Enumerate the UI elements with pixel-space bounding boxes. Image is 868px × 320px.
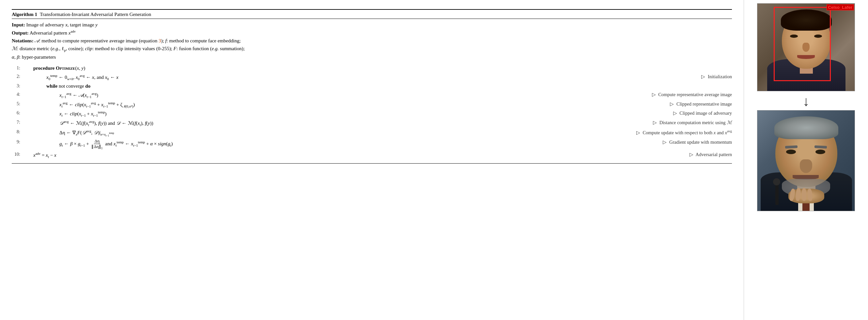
output-text: Adversarial pattern xadv	[30, 30, 76, 36]
notations-text: 𝒜: method to compute representative aver…	[35, 38, 241, 43]
algo-line-4: 4: xt−1avg ← 𝒜(xt−1avg) ▷ Compute repres…	[12, 91, 732, 100]
notations-line2: ℳ: distance metric (e.g., ℓp, cosine); c…	[12, 46, 245, 51]
algo-line-7: 7: 𝒟avg ← ℳ(f(xtavg), f(y)) and 𝒟 ← ℳ(f(…	[12, 119, 732, 128]
line-content-9: gt ← β × gt−1 + Δη ‖Δη‖1 and xttemp ← xt…	[24, 139, 608, 150]
line-comment-10: ▷ Adversarial pattern	[608, 152, 732, 157]
notations-label: Notations:	[12, 38, 34, 43]
line-content-2: x0temp ← 0w×h, x0avg ← x, and x0 ← x	[24, 73, 608, 82]
algo-line-2: 2: x0temp ← 0w×h, x0avg ← x, and x0 ← x …	[12, 73, 732, 82]
algo-line-6: 6: xt ← clip(xt−1 + xt−1temp) ▷ Clipped …	[12, 109, 732, 119]
line-number-2: 2:	[12, 74, 24, 79]
line-content-7: 𝒟avg ← ℳ(f(xtavg), f(y)) and 𝒟 ← ℳ(f(xt)…	[24, 119, 608, 128]
algorithm-body: 1: procedure Optimize(x, y) 2: x0temp ← …	[12, 64, 732, 163]
line-number-5: 5:	[12, 101, 24, 107]
line-comment-8: ▷ Compute update with respect to both x …	[608, 129, 732, 136]
algo-line-3: 3: while not converge do	[12, 82, 732, 91]
output-label: Output:	[12, 30, 29, 36]
bottom-face-image	[757, 110, 855, 211]
line-comment-6: ▷ Clipped image of adversary	[608, 110, 732, 116]
algorithm-label: Algorithm 1	[12, 12, 37, 17]
algo-line-5: 5: xtavg ← clip(xt−1avg + xt−1temp + ζ𝒩(…	[12, 100, 732, 109]
line-content-1: procedure Optimize(x, y)	[24, 65, 608, 72]
line-comment-5: ▷ Clipped representative image	[608, 101, 732, 107]
line-content-5: xtavg ← clip(xt−1avg + xt−1temp + ζ𝒩(0,σ…	[24, 100, 608, 109]
line-number-6: 6:	[12, 110, 24, 116]
image-section: Celso_Lafer ↓	[744, 0, 868, 320]
face-label: Celso_Lafer	[827, 4, 854, 10]
input-label: Input:	[12, 22, 25, 27]
line-number-9: 9:	[12, 139, 24, 145]
line-number-4: 4:	[12, 92, 24, 97]
line-content-3: while not converge do	[24, 82, 608, 90]
algorithm-title: Transformation-Invariant Adversarial Pat…	[40, 12, 151, 17]
input-text: Image of adversary x, target image y	[26, 22, 98, 27]
algo-line-1: 1: procedure Optimize(x, y)	[12, 64, 732, 73]
line-content-6: xt ← clip(xt−1 + xt−1temp)	[24, 109, 608, 118]
algorithm-meta: Input: Image of adversary x, target imag…	[12, 21, 732, 61]
line-comment-9: ▷ Gradient update with momentum	[608, 139, 732, 145]
line-content-10: xadv = xt − x	[24, 151, 608, 160]
line-number-1: 1:	[12, 66, 24, 71]
algorithm-title-bar: Algorithm 1 Transformation-Invariant Adv…	[12, 9, 732, 19]
line-number-3: 3:	[12, 83, 24, 88]
notations-line3: α, β: hyper-parameters	[12, 55, 56, 60]
arrow-down-icon: ↓	[803, 95, 810, 108]
line-content-4: xt−1avg ← 𝒜(xt−1avg)	[24, 91, 608, 100]
algorithm-section: Algorithm 1 Transformation-Invariant Adv…	[0, 0, 744, 320]
line-content-8: Δη ← ∇xF(𝒟avg, 𝒟)|x=xt−1temp	[24, 129, 608, 138]
face-bounding-box	[774, 7, 831, 81]
algo-line-9: 9: gt ← β × gt−1 + Δη ‖Δη‖1 and xttemp ←…	[12, 138, 732, 150]
line-number-8: 8:	[12, 129, 24, 135]
algo-line-8: 8: Δη ← ∇xF(𝒟avg, 𝒟)|x=xt−1temp ▷ Comput…	[12, 128, 732, 138]
top-face-image: Celso_Lafer	[757, 3, 855, 91]
line-comment-2: ▷ Initialization	[608, 74, 732, 79]
line-comment-4: ▷ Compute representative average image	[608, 92, 732, 98]
algo-line-10: 10: xadv = xt − x ▷ Adversarial pattern	[12, 150, 732, 160]
line-comment-7: ▷ Distance computation metric using ℳ	[608, 120, 732, 126]
line-number-7: 7:	[12, 120, 24, 125]
line-number-10: 10:	[12, 152, 24, 157]
